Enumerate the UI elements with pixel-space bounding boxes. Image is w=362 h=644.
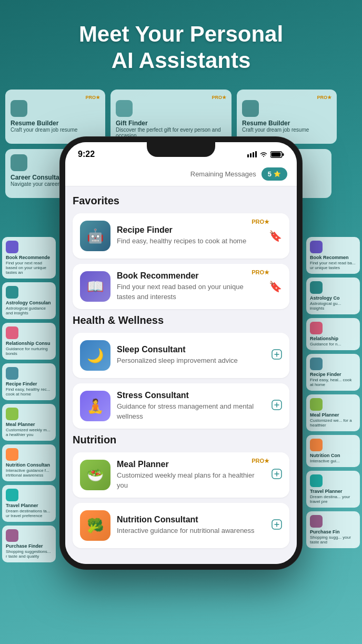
sleep-desc: Personalized sleep improvement advice (117, 356, 265, 365)
svg-rect-0 (247, 154, 249, 157)
card-sleep-consultant[interactable]: 🌙 Sleep Consultant Personalized sleep im… (73, 333, 289, 378)
messages-badge[interactable]: 5 ⭐ (262, 167, 287, 181)
left-card-nutrition: Nutrition Consultan Interactive guidance… (2, 444, 56, 481)
bg-card-resume: PRO★ Resume Builder Craft your dream job… (5, 90, 105, 144)
recipe-name: Recipe Finder (117, 225, 263, 235)
left-side-strip: Book Recommende Find your next read base… (0, 237, 58, 566)
right-card-nutrition: Nutrition Con Interactive gui... (306, 435, 360, 467)
wifi-icon (259, 151, 268, 157)
nutrition-desc: Interactive guidance for nutritional awa… (117, 526, 265, 536)
card-book-recommender[interactable]: 📖 Book Recommender Find your next read b… (73, 264, 289, 309)
nutrition-add-btn[interactable] (272, 519, 282, 532)
card-nutrition-consultant[interactable]: 🥦 Nutrition Consultant Interactive guida… (73, 503, 289, 548)
meal-info: Meal Planner Customized weekly meal plan… (117, 460, 265, 490)
meal-desc: Customized weekly meal plans for a healt… (117, 471, 265, 490)
svg-rect-3 (255, 151, 257, 157)
sleep-add-btn[interactable] (272, 349, 282, 362)
page-header: Meet Your Personal AI Assistants (0, 0, 362, 85)
book-name: Book Recommender (117, 271, 263, 281)
sleep-name: Sleep Consultant (117, 345, 265, 354)
right-side-strip: Book Recommen Find your next read ba... … (304, 237, 362, 552)
recipe-icon: 🤖 (80, 221, 110, 251)
health-title: Health & Wellness (73, 314, 289, 326)
stress-icon: 🧘 (80, 391, 110, 421)
nutrition-title: Nutrition (73, 434, 289, 446)
recipe-pro-badge: PRO★ (252, 219, 269, 225)
svg-rect-5 (283, 153, 284, 156)
sleep-info: Sleep Consultant Personalized sleep impr… (117, 345, 265, 365)
nutrition-info: Nutrition Consultant Interactive guidanc… (117, 515, 265, 536)
left-card-travel: Travel Planner Dream destinations ta... … (2, 485, 56, 522)
left-card-meal: Meal Planner Customized weekly m... a he… (2, 404, 56, 441)
stress-desc: Guidance for stress management and menta… (117, 402, 265, 421)
bg-card-gift: PRO★ Gift Finder Discover the perfect gi… (110, 90, 232, 144)
page-title: Meet Your Personal AI Assistants (32, 21, 330, 74)
svg-rect-6 (272, 152, 281, 156)
svg-rect-1 (250, 153, 252, 157)
right-card-book: Book Recommen Find your next read ba... … (306, 237, 360, 274)
right-card-travel: Travel Planner Dream destina... your tra… (306, 471, 360, 508)
recipe-add-btn[interactable]: 🔖 (269, 230, 282, 242)
left-card-recipe: Recipe Finder Find easy, healthy rec... … (2, 363, 56, 400)
left-card-astrology: Astrology Consulan Astrological guidance… (2, 282, 56, 319)
phone-notch (147, 142, 215, 157)
stress-name: Stress Consultant (117, 391, 265, 400)
svg-rect-2 (253, 152, 254, 157)
stress-info: Stress Consultant Guidance for stress ma… (117, 391, 265, 421)
section-nutrition: Nutrition 🥗 Meal Planner Customized week… (73, 434, 289, 548)
meal-name: Meal Planner (117, 460, 265, 469)
book-icon: 📖 (80, 271, 110, 302)
book-add-btn[interactable]: 🔖 (269, 280, 282, 293)
right-card-relationship: Relationship Guidance for n... (306, 318, 360, 350)
section-favorites: Favorites 🤖 Recipe Finder Find easy, hea… (73, 195, 289, 309)
recipe-desc: Find easy, healthy recipes to cook at ho… (117, 236, 263, 246)
remaining-label: Remaining Messages (190, 170, 256, 178)
card-meal-planner[interactable]: 🥗 Meal Planner Customized weekly meal pl… (73, 452, 289, 498)
sleep-icon: 🌙 (80, 340, 110, 371)
stress-add-btn[interactable] (272, 400, 282, 413)
favorites-title: Favorites (73, 195, 289, 207)
right-card-astrology: Astrology Co Astrological gu... insights (306, 278, 360, 314)
book-info: Book Recommender Find your next read bas… (117, 271, 263, 301)
battery-icon (270, 151, 284, 158)
signal-icon (247, 151, 257, 157)
left-card-relationship: Relationship Consu Guidance for nurturin… (2, 323, 56, 360)
recipe-info: Recipe Finder Find easy, healthy recipes… (117, 225, 263, 246)
card-recipe-finder[interactable]: 🤖 Recipe Finder Find easy, healthy recip… (73, 213, 289, 259)
left-card-purchase: Purchase Finder Shopping suggestions... … (2, 526, 56, 562)
phone-frame: 9:22 (60, 137, 302, 569)
nutrition-icon: 🥦 (80, 510, 110, 541)
meal-pro-badge: PRO★ (252, 458, 269, 464)
right-card-purchase: Purchase Fin Shopping sugg... your taste… (306, 511, 360, 548)
card-stress-consultant[interactable]: 🧘 Stress Consultant Guidance for stress … (73, 383, 289, 429)
left-card-book: Book Recommende Find your next read base… (2, 237, 56, 279)
status-time: 9:22 (78, 150, 95, 159)
phone-wrapper: 9:22 (60, 137, 302, 569)
status-icons (247, 151, 284, 158)
phone-screen: 9:22 (65, 142, 297, 564)
right-card-recipe: Recipe Finder Find easy, heal... cook at… (306, 354, 360, 391)
app-header: Remaining Messages 5 ⭐ (65, 163, 297, 186)
bg-card-resume2: PRO★ Resume Builder Craft your dream job… (237, 90, 337, 144)
meal-icon: 🥗 (80, 460, 110, 490)
book-desc: Find your next read based on your unique… (117, 282, 263, 301)
scroll-content[interactable]: Favorites 🤖 Recipe Finder Find easy, hea… (65, 186, 297, 564)
right-card-meal: Meal Planner Customized we... for a heal… (306, 394, 360, 431)
meal-add-btn[interactable] (272, 469, 282, 482)
book-pro-badge: PRO★ (252, 269, 269, 276)
nutrition-name: Nutrition Consultant (117, 515, 265, 524)
section-health: Health & Wellness 🌙 Sleep Consultant Per… (73, 314, 289, 429)
